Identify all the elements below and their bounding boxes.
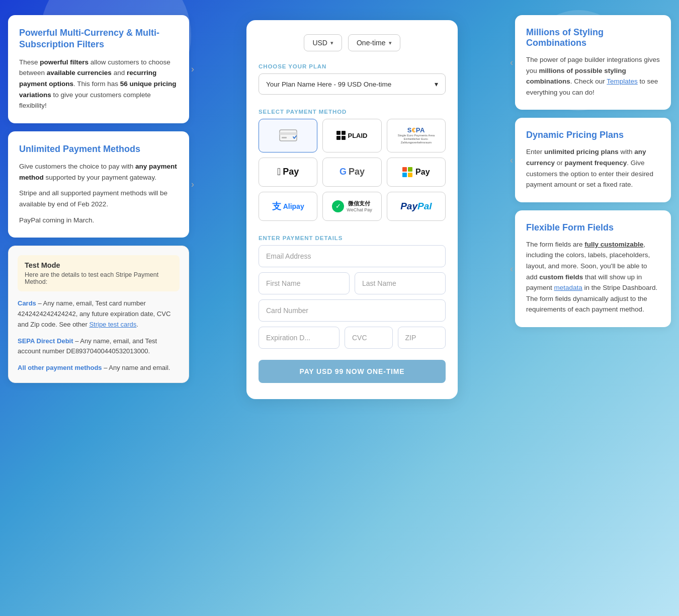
svg-rect-2 xyxy=(282,137,287,138)
test-mode-title: Test Mode xyxy=(25,261,173,269)
card2-arrow-right[interactable]: › xyxy=(191,179,194,190)
ms-pay-label: Pay xyxy=(415,168,430,177)
frequency-label: One-time xyxy=(357,39,386,47)
wechat-pay-sublabel: WeChat Pay xyxy=(347,207,372,212)
right-column: ‹ Millions of Styling Combinations The p… xyxy=(510,10,671,606)
payment-method-sepa[interactable]: S€PA Single Euro Payments AreaEinheitlic… xyxy=(387,119,446,152)
styling-combinations-body: The power of page builder integrations g… xyxy=(526,54,660,98)
other-test-section: All other payment methods – Any name and… xyxy=(18,363,180,373)
metadata-link[interactable]: metadata xyxy=(554,284,582,291)
currency-selector[interactable]: USD ▾ xyxy=(304,34,342,51)
dynamic-pricing-card: Dynamic Pricing Plans Enter unlimited pr… xyxy=(515,118,671,202)
cards-test-section: Cards – Any name, email, Test card numbe… xyxy=(18,298,180,330)
google-pay-logo: G Pay xyxy=(340,167,365,177)
card-number-field[interactable] xyxy=(259,299,446,322)
plaid-grid-icon xyxy=(336,131,346,140)
currency-chevron: ▾ xyxy=(330,40,333,46)
multi-currency-body: These powerful filters allow customers t… xyxy=(19,57,178,111)
cvc-field[interactable] xyxy=(345,327,393,349)
unlimited-payment-card: Unlimited Payment Methods Give customers… xyxy=(8,131,189,238)
frequency-selector[interactable]: One-time ▾ xyxy=(348,34,400,51)
payment-methods-grid: PLAID S€PA Single Euro Payments AreaEinh… xyxy=(259,119,446,221)
other-body: – Any name and email. xyxy=(104,364,170,371)
payment-method-card[interactable] xyxy=(259,119,317,152)
flexible-form-card: Flexible Form Fields The form fields are… xyxy=(515,210,671,327)
templates-link[interactable]: Templates xyxy=(607,78,638,85)
cards-body: – Any name, email, Test card number 4242… xyxy=(18,299,171,328)
ms-grid-icon xyxy=(402,167,412,177)
enter-details-label: ENTER PAYMENT DETAILS xyxy=(259,235,446,241)
plan-dropdown-chevron: ▾ xyxy=(435,80,438,88)
payment-method-ms-pay[interactable]: Pay xyxy=(387,158,446,187)
plaid-logo: PLAID xyxy=(336,131,367,140)
stripe-test-cards-link[interactable]: Stripe test cards xyxy=(89,321,136,328)
wechat-logo: ✓ 微信支付 WeChat Pay xyxy=(332,200,372,212)
card-icon xyxy=(279,129,297,141)
payment-method-plaid[interactable]: PLAID xyxy=(322,119,381,152)
apple-icon:  xyxy=(277,166,281,178)
right-card3-arrow-left[interactable]: ‹ xyxy=(510,263,513,274)
multi-currency-title: Powerful Multi-Currency & Multi-Subscrip… xyxy=(19,27,178,51)
left-column: Powerful Multi-Currency & Multi-Subscrip… xyxy=(8,10,194,606)
unlimited-payment-title: Unlimited Payment Methods xyxy=(19,143,178,155)
test-mode-card: Test Mode Here are the details to test e… xyxy=(8,246,189,383)
alipay-logo: 支 Alipay xyxy=(272,200,304,212)
last-name-field[interactable] xyxy=(355,272,446,294)
other-label: All other payment methods xyxy=(18,364,102,371)
expiry-field[interactable] xyxy=(259,327,340,349)
select-payment-label: SELECT PAYMENT METHOD xyxy=(259,109,446,115)
paypal-logo: PayPal xyxy=(400,201,432,212)
unlimited-payment-body: Give customers the choice to pay with an… xyxy=(19,161,178,225)
sepa-logo: S€PA Single Euro Payments AreaEinheitlic… xyxy=(391,126,441,145)
plaid-text: PLAID xyxy=(348,132,367,139)
alipay-icon: 支 xyxy=(272,200,281,212)
payment-form: USD ▾ One-time ▾ CHOOSE YOUR PLAN Your P… xyxy=(246,20,458,399)
cards-label: Cards xyxy=(18,299,36,307)
payment-method-google-pay[interactable]: G Pay xyxy=(322,158,381,187)
flexible-form-title: Flexible Form Fields xyxy=(526,222,660,233)
wechat-pay-label: 微信支付 xyxy=(347,200,372,207)
wechat-circle-icon: ✓ xyxy=(332,200,344,212)
currency-label: USD xyxy=(312,39,327,47)
test-mode-header: Test Mode Here are the details to test e… xyxy=(18,255,180,291)
payment-method-apple-pay[interactable]:  Pay xyxy=(259,158,317,187)
ms-pay-logo: Pay xyxy=(402,167,430,177)
paypal-pal: Pal xyxy=(417,201,432,211)
payment-method-paypal[interactable]: PayPal xyxy=(387,192,446,221)
right-card2-arrow-left[interactable]: ‹ xyxy=(510,155,513,166)
alipay-label: Alipay xyxy=(283,202,304,210)
card1-arrow-right[interactable]: › xyxy=(191,64,194,74)
sepa-test-section: SEPA Direct Debit – Any name, email, and… xyxy=(18,336,180,357)
styling-combinations-card: Millions of Styling Combinations The pow… xyxy=(515,15,671,110)
choose-plan-label: CHOOSE YOUR PLAN xyxy=(259,63,446,69)
sepa-label: SEPA Direct Debit xyxy=(18,337,73,345)
svg-rect-1 xyxy=(280,132,297,135)
email-field[interactable] xyxy=(259,245,446,267)
pay-button[interactable]: PAY USD 99 NOW ONE-TIME xyxy=(259,360,446,383)
svg-rect-0 xyxy=(280,130,297,141)
sepa-full-text: Single Euro Payments AreaEinheitlicher E… xyxy=(391,134,441,145)
google-pay-label: Pay xyxy=(349,167,365,177)
frequency-chevron: ▾ xyxy=(389,40,392,46)
payment-method-alipay[interactable]: 支 Alipay xyxy=(259,192,317,221)
multi-currency-card: Powerful Multi-Currency & Multi-Subscrip… xyxy=(8,15,189,123)
name-row xyxy=(259,272,446,294)
first-name-field[interactable] xyxy=(259,272,350,294)
payment-method-wechat[interactable]: ✓ 微信支付 WeChat Pay xyxy=(322,192,381,221)
wechat-check-icon: ✓ xyxy=(335,202,341,210)
dynamic-pricing-title: Dynamic Pricing Plans xyxy=(526,130,660,140)
plan-dropdown-text: Your Plan Name Here - 99 USD One-time xyxy=(266,81,391,88)
test-mode-subtitle: Here are the details to test each Stripe… xyxy=(25,271,173,285)
middle-column: USD ▾ One-time ▾ CHOOSE YOUR PLAN Your P… xyxy=(194,10,510,606)
zip-field[interactable] xyxy=(398,327,446,349)
plan-dropdown[interactable]: Your Plan Name Here - 99 USD One-time ▾ xyxy=(259,73,446,95)
dynamic-pricing-body: Enter unlimited pricing plans with any c… xyxy=(526,146,660,190)
apple-pay-text: Pay xyxy=(283,167,299,177)
styling-combinations-title: Millions of Styling Combinations xyxy=(526,27,660,48)
sepa-logo-text: S€PA xyxy=(391,126,441,134)
wechat-text-group: 微信支付 WeChat Pay xyxy=(347,200,372,212)
flexible-form-body: The form fields are fully customizable, … xyxy=(526,239,660,315)
currency-frequency-selectors: USD ▾ One-time ▾ xyxy=(259,34,446,51)
right-card1-arrow-left[interactable]: ‹ xyxy=(510,57,513,68)
g-letter: G xyxy=(340,167,347,177)
